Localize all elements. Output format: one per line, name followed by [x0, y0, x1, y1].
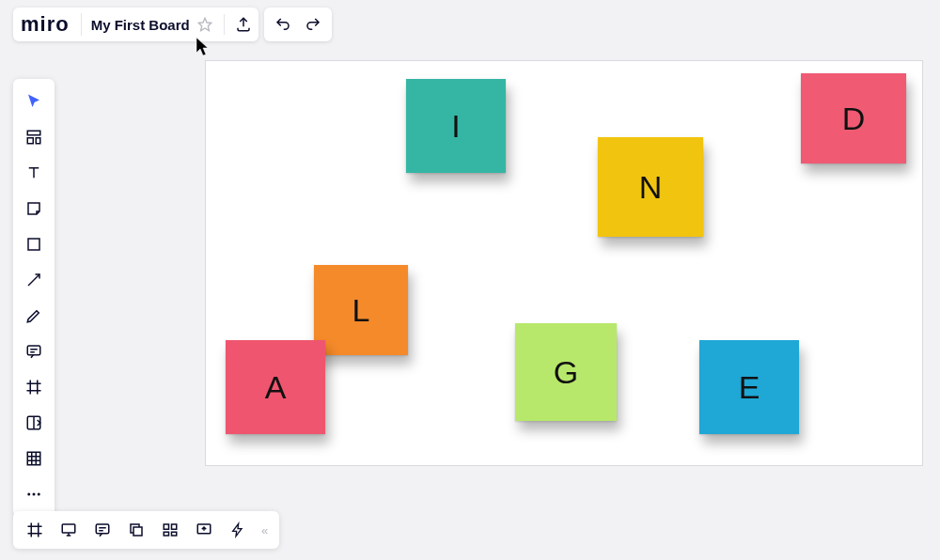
sticky-note[interactable]: A — [226, 340, 325, 434]
svg-rect-13 — [133, 527, 142, 536]
sticky-note[interactable]: I — [406, 79, 506, 173]
copy-mode[interactable] — [120, 514, 152, 546]
export-icon[interactable] — [228, 9, 258, 39]
svg-rect-16 — [164, 532, 168, 536]
text-tool[interactable] — [17, 156, 51, 190]
pen-tool[interactable] — [17, 299, 51, 333]
comments-panel[interactable] — [86, 514, 118, 546]
svg-rect-14 — [164, 524, 168, 529]
svg-rect-1 — [27, 131, 40, 135]
star-icon[interactable] — [190, 9, 220, 39]
svg-rect-5 — [27, 346, 40, 355]
activity-panel[interactable] — [154, 514, 186, 546]
svg-marker-0 — [198, 18, 211, 30]
comment-tool[interactable] — [17, 334, 51, 368]
sticky-note[interactable]: G — [515, 323, 617, 421]
undo-redo-panel — [264, 8, 332, 41]
select-tool[interactable] — [17, 85, 51, 118]
header-divider — [224, 14, 225, 35]
frames-panel[interactable] — [19, 514, 51, 546]
svg-rect-4 — [28, 239, 39, 250]
card-tool[interactable] — [17, 406, 51, 440]
svg-rect-2 — [27, 138, 33, 144]
presentation-mode[interactable] — [53, 514, 85, 546]
header-panel: miro My First Board — [13, 8, 258, 41]
svg-rect-12 — [96, 524, 109, 534]
bottom-toolbar: « — [13, 511, 279, 549]
shape-tool[interactable] — [17, 227, 51, 261]
app-logo[interactable]: miro — [13, 12, 81, 37]
templates-tool[interactable] — [17, 120, 51, 154]
svg-rect-11 — [62, 524, 75, 533]
line-tool[interactable] — [17, 263, 51, 297]
svg-point-10 — [38, 493, 40, 496]
undo-icon[interactable] — [268, 9, 298, 39]
collapse-icon[interactable]: « — [256, 523, 274, 537]
svg-rect-17 — [172, 532, 177, 536]
redo-icon[interactable] — [298, 9, 328, 39]
svg-rect-15 — [172, 524, 177, 529]
share-screen[interactable] — [188, 514, 220, 546]
vertical-toolbar — [13, 79, 55, 517]
more-tool[interactable] — [17, 477, 51, 511]
sticky-note[interactable]: E — [699, 340, 799, 434]
sticky-note[interactable]: N — [598, 137, 703, 237]
board-title[interactable]: My First Board — [81, 13, 190, 36]
table-tool[interactable] — [17, 442, 51, 475]
svg-rect-7 — [27, 452, 40, 465]
sticky-note-tool[interactable] — [17, 192, 51, 226]
sticky-note[interactable]: L — [314, 265, 408, 355]
sticky-note[interactable]: D — [801, 73, 906, 163]
svg-point-8 — [27, 493, 30, 496]
bolt-panel[interactable] — [222, 514, 254, 546]
frame-tool[interactable] — [17, 370, 51, 404]
svg-rect-3 — [36, 138, 40, 144]
svg-point-9 — [33, 493, 36, 496]
